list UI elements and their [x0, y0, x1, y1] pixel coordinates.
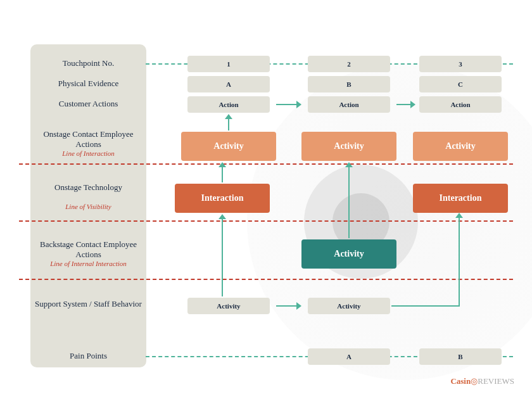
backstage-activity: Activity [301, 239, 396, 269]
line-of-visibility [19, 220, 513, 222]
label-pain: Pain Points [30, 351, 146, 361]
evidence-2: B [308, 76, 390, 92]
line-of-interaction [19, 163, 513, 165]
arrow-up-icon [225, 114, 232, 130]
label-backstage: Backstage Contact Employee Actions [30, 239, 146, 260]
arrow-right-icon [276, 302, 301, 310]
arrow-right-icon [396, 101, 415, 108]
customer-action-1: Action [187, 96, 270, 113]
logo: Casin◎REVIEWS [450, 376, 514, 386]
label-customer: Customer Actions [30, 99, 146, 109]
target-icon: ◎ [471, 376, 478, 386]
touchpoint-1: 1 [187, 56, 270, 72]
touchpoint-2: 2 [308, 56, 390, 72]
label-onstage-emp: Onstage Contact Employee Actions [30, 129, 146, 149]
arrow-segment [391, 305, 460, 307]
evidence-1: A [187, 76, 270, 92]
label-support: Support System / Staff Behavior [30, 299, 146, 309]
label-evidence: Physical Evidence [30, 79, 146, 89]
label-touchpoint: Touchpoint No. [30, 58, 146, 68]
onstage-activity-2: Activity [301, 132, 396, 161]
interaction-1: Interaction [175, 184, 270, 213]
evidence-3: C [419, 76, 502, 92]
support-activity-1: Activity [187, 298, 270, 314]
arrow-up-icon [455, 213, 463, 220]
customer-action-2: Action [308, 96, 390, 113]
line-of-internal [19, 279, 513, 280]
pain-point-a: A [308, 348, 390, 365]
interaction-3: Interaction [413, 184, 508, 213]
arrow-up-icon [345, 162, 353, 238]
arrow-up-icon [218, 214, 226, 296]
logo-brand: Casin [450, 376, 471, 386]
arrow-right-icon [276, 101, 301, 108]
pain-point-b: B [419, 348, 502, 365]
arrow-segment [459, 218, 460, 307]
onstage-activity-3: Activity [413, 132, 508, 161]
logo-brand2: REVIEWS [478, 376, 514, 386]
arrow-up-icon [218, 162, 226, 182]
customer-action-3: Action [419, 96, 502, 113]
sublabel-interaction: Line of Interaction [30, 149, 146, 157]
touchpoint-3: 3 [419, 56, 502, 72]
sublabel-visibility: Line of Visibility [30, 203, 146, 210]
support-activity-2: Activity [308, 298, 390, 314]
label-onstage-tech: Onstage Technology [30, 182, 146, 193]
sublabel-internal: Line of Internal Interaction [30, 260, 146, 267]
onstage-activity-1: Activity [181, 132, 276, 161]
